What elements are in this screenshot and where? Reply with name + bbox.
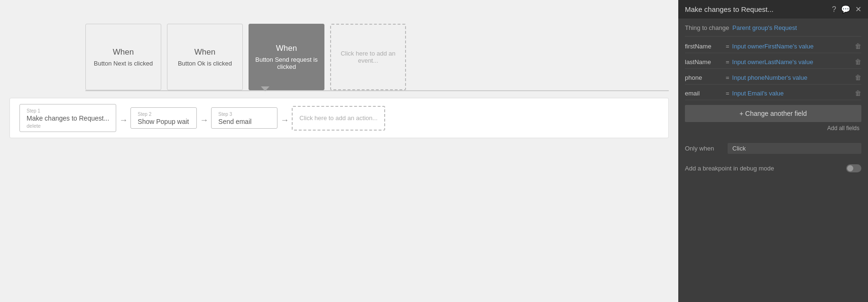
chat-icon[interactable]: 💬 — [841, 5, 850, 14]
field-value-3[interactable]: Input Email's value — [732, 90, 851, 97]
field-value-0[interactable]: Input ownerFirstName's value — [732, 43, 851, 50]
step-delete-step1[interactable]: delete — [27, 123, 109, 129]
panel-body: Thing to change Parent group's Request f… — [678, 19, 868, 302]
event-sub: Button Send request is clicked — [254, 56, 319, 70]
step-title-step2: Show Popup wait — [138, 118, 190, 125]
field-value-1[interactable]: Input ownerLastName's value — [732, 58, 851, 66]
close-icon[interactable]: ✕ — [855, 5, 861, 14]
field-row-0: firstName = Input ownerFirstName's value… — [685, 39, 861, 53]
only-when-row: Only when Click — [685, 138, 861, 154]
field-name-2: phone — [685, 74, 723, 81]
field-equals-2: = — [726, 74, 729, 81]
field-rows: firstName = Input ownerFirstName's value… — [685, 39, 861, 100]
field-name-3: email — [685, 90, 723, 97]
event-sub: Button Ok is clicked — [178, 60, 232, 67]
field-row-3: email = Input Email's value 🗑 — [685, 86, 861, 100]
panel-header-icons: ? 💬 ✕ — [832, 5, 861, 14]
event-tile-event4[interactable]: Click here to add an event... — [330, 24, 406, 90]
event-label: When — [276, 44, 297, 53]
action-box-step3[interactable]: Step 3 Send email — [211, 107, 277, 129]
event-add-label: Click here to add an event... — [336, 50, 400, 64]
add-action-box[interactable]: Click here to add an action... — [292, 106, 385, 131]
action-box-step1[interactable]: Step 1 Make changes to Request... delete — [19, 104, 116, 132]
panel-header: Make changes to Request... ? 💬 ✕ — [678, 0, 868, 19]
divider-line — [85, 90, 669, 91]
field-row-1: lastName = Input ownerLastName's value 🗑 — [685, 55, 861, 69]
steps-container: Step 1 Make changes to Request... delete… — [9, 98, 669, 138]
action-box-step2[interactable]: Step 2 Show Popup wait — [130, 107, 197, 129]
divider-panel-1 — [685, 36, 861, 37]
debug-toggle[interactable] — [846, 164, 861, 172]
field-delete-2[interactable]: 🗑 — [855, 74, 861, 81]
step-label-step1: Step 1 — [27, 108, 109, 113]
event-label: When — [113, 47, 134, 57]
toggle-knob — [847, 165, 853, 171]
event-label: When — [194, 47, 215, 57]
panel-title: Make changes to Request... — [685, 5, 774, 13]
step-label-step3: Step 3 — [218, 112, 270, 117]
step-title-step1: Make changes to Request... — [27, 114, 109, 122]
events-row: When Button Next is clicked When Button … — [0, 9, 678, 90]
field-name-0: firstName — [685, 43, 723, 50]
step-title-step3: Send email — [218, 118, 270, 125]
action-step-step2: Step 2 Show Popup wait — [130, 107, 197, 129]
field-equals-3: = — [726, 90, 729, 97]
arrow-2: → — [280, 111, 289, 125]
arrow-1: → — [200, 111, 208, 125]
field-row-2: phone = Input phoneNumber's value 🗑 — [685, 71, 861, 85]
field-delete-1[interactable]: 🗑 — [855, 58, 861, 66]
only-when-value[interactable]: Click — [728, 143, 861, 154]
field-equals-0: = — [726, 43, 729, 50]
only-when-label: Only when — [685, 145, 728, 152]
add-all-fields[interactable]: Add all fields — [685, 125, 861, 132]
debug-row: Add a breakpoint in debug mode — [685, 160, 861, 172]
thing-to-change-value[interactable]: Parent group's Request — [732, 24, 797, 31]
field-name-1: lastName — [685, 58, 723, 66]
field-value-2[interactable]: Input phoneNumber's value — [732, 74, 851, 81]
event-tile-event3[interactable]: When Button Send request is clicked — [249, 24, 324, 90]
event-tile-event2[interactable]: When Button Ok is clicked — [167, 24, 243, 90]
field-delete-3[interactable]: 🗑 — [855, 89, 861, 97]
change-another-field-button[interactable]: + Change another field — [685, 105, 861, 122]
arrow-0: → — [119, 111, 128, 125]
debug-label: Add a breakpoint in debug mode — [685, 165, 846, 172]
action-step-step3: Step 3 Send email — [211, 107, 277, 129]
right-panel: Make changes to Request... ? 💬 ✕ Thing t… — [678, 0, 868, 302]
help-icon[interactable]: ? — [832, 5, 836, 14]
event-tile-event1[interactable]: When Button Next is clicked — [85, 24, 161, 90]
thing-to-change-row: Thing to change Parent group's Request — [685, 24, 861, 31]
step-label-step2: Step 2 — [138, 112, 190, 117]
field-equals-1: = — [726, 58, 729, 66]
thing-to-change-label: Thing to change — [685, 24, 732, 31]
canvas-area: When Button Next is clicked When Button … — [0, 0, 678, 302]
divider-triangle — [261, 86, 269, 91]
event-sub: Button Next is clicked — [94, 60, 153, 67]
action-step-step1: Step 1 Make changes to Request... delete — [19, 104, 116, 132]
field-delete-0[interactable]: 🗑 — [855, 42, 861, 50]
